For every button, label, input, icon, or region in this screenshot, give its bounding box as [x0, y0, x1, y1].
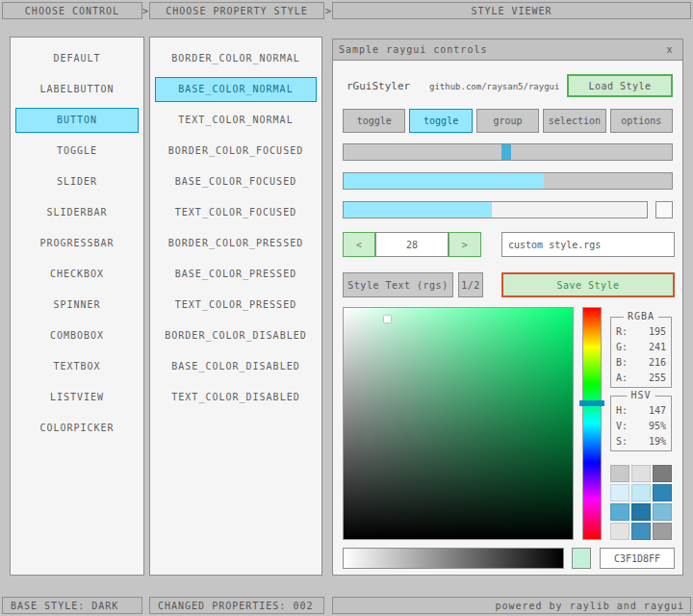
- spinner-value-box[interactable]: 28: [375, 232, 449, 257]
- list-item-combobox[interactable]: COMBOBOX: [15, 323, 139, 348]
- rgba-row-b: B: 216: [611, 355, 671, 371]
- sample-slider[interactable]: [343, 143, 673, 161]
- color-saturation-value-picker[interactable]: [343, 307, 574, 540]
- list-item-text-color-pressed[interactable]: TEXT_COLOR_PRESSED: [155, 293, 317, 318]
- toggle-button-toggle-2-active[interactable]: toggle: [409, 109, 472, 133]
- list-item-text-color-focused[interactable]: TEXT_COLOR_FOCUSED: [155, 200, 317, 225]
- palette-swatch[interactable]: [653, 465, 672, 482]
- toggle-button-group[interactable]: group: [476, 109, 539, 133]
- sliderbar-fill: [344, 173, 544, 189]
- palette-swatch[interactable]: [631, 484, 651, 501]
- palette-swatch[interactable]: [631, 523, 651, 540]
- window-title: Sample raygui controls: [339, 44, 487, 55]
- palette-swatch[interactable]: [653, 484, 672, 501]
- rgba-r-value: 195: [649, 324, 666, 340]
- color-picker-marker[interactable]: [384, 316, 391, 322]
- toggle-group: toggle toggle group selection options: [343, 109, 673, 133]
- palette-swatch[interactable]: [631, 465, 651, 482]
- rgba-group-label: RGBA: [624, 311, 658, 321]
- hsv-h-label: H:: [616, 403, 628, 419]
- sample-progressbar: [343, 201, 648, 218]
- header-choose-property-style: CHOOSE PROPERTY STYLE: [149, 2, 324, 19]
- save-style-button[interactable]: Save Style: [501, 272, 675, 297]
- rgba-b-value: 216: [649, 355, 666, 371]
- list-item-sliderbar[interactable]: SLIDERBAR: [15, 200, 139, 225]
- list-item-labelbutton[interactable]: LABELBUTTON: [15, 77, 139, 102]
- list-item-checkbox[interactable]: CHECKBOX: [15, 262, 139, 287]
- palette-swatch[interactable]: [653, 503, 672, 521]
- status-base-style: BASE STYLE: DARK: [2, 597, 142, 614]
- rgba-a-label: A:: [616, 371, 628, 386]
- hsv-v-value: 95%: [649, 419, 666, 434]
- alpha-slider[interactable]: [343, 548, 564, 569]
- list-item-border-color-disabled[interactable]: BORDER_COLOR_DISABLED: [155, 323, 317, 348]
- close-icon[interactable]: x: [663, 43, 677, 57]
- controls-list-panel: DEFAULT LABELBUTTON BUTTON TOGGLE SLIDER…: [10, 37, 144, 576]
- list-item-textbox[interactable]: TEXTBOX: [15, 354, 139, 379]
- header-style-viewer: STYLE VIEWER: [332, 2, 691, 19]
- rgba-group: RGBA R: 195 G: 241 B: 216 A: 255: [610, 317, 672, 388]
- rgba-row-g: G: 241: [611, 340, 671, 355]
- rgba-g-value: 241: [649, 340, 666, 355]
- color-palette-grid: [610, 465, 672, 540]
- hex-color-input[interactable]: [600, 548, 675, 569]
- chevron-right-icon: >: [141, 2, 149, 19]
- hsv-v-label: V:: [616, 419, 628, 434]
- hsv-group: HSV H: 147 V: 95% S: 19%: [610, 396, 672, 451]
- style-text-button[interactable]: Style Text (rgs): [343, 272, 453, 297]
- hsv-row-s: S: 19%: [611, 434, 671, 449]
- list-item-base-color-focused[interactable]: BASE_COLOR_FOCUSED: [155, 169, 317, 194]
- rgba-row-a: A: 255: [611, 371, 671, 386]
- load-style-button[interactable]: Load Style: [567, 74, 673, 97]
- rgba-a-value: 255: [649, 371, 666, 386]
- list-item-default[interactable]: DEFAULT: [15, 46, 139, 71]
- list-item-spinner[interactable]: SPINNER: [15, 293, 139, 318]
- list-item-text-color-disabled[interactable]: TEXT_COLOR_DISABLED: [155, 385, 317, 410]
- window-titlebar[interactable]: Sample raygui controls x: [333, 39, 682, 61]
- spinner-increment-button[interactable]: >: [449, 232, 481, 257]
- palette-swatch[interactable]: [653, 523, 672, 540]
- palette-swatch[interactable]: [610, 523, 629, 540]
- list-item-button[interactable]: BUTTON: [15, 108, 139, 133]
- list-item-toggle[interactable]: TOGGLE: [15, 139, 139, 164]
- page-toggle-button[interactable]: 1/2: [458, 272, 483, 297]
- toggle-button-options[interactable]: options: [610, 109, 673, 133]
- list-item-base-color-disabled[interactable]: BASE_COLOR_DISABLED: [155, 354, 317, 379]
- hue-slider[interactable]: [582, 307, 602, 540]
- toggle-button-selection[interactable]: selection: [543, 109, 605, 133]
- palette-swatch[interactable]: [610, 465, 629, 482]
- list-item-listview[interactable]: LISTVIEW: [15, 385, 139, 410]
- list-item-colorpicker[interactable]: COLORPICKER: [15, 416, 139, 441]
- sample-checkbox[interactable]: [655, 201, 673, 218]
- hsv-s-value: 19%: [649, 434, 666, 449]
- slider-handle[interactable]: [501, 144, 511, 160]
- list-item-border-color-focused[interactable]: BORDER_COLOR_FOCUSED: [155, 139, 317, 164]
- status-powered-by: powered by raylib and raygui: [332, 597, 691, 614]
- rgba-b-label: B:: [616, 355, 628, 371]
- list-item-base-color-normal[interactable]: BASE_COLOR_NORMAL: [155, 77, 317, 102]
- list-item-text-color-normal[interactable]: TEXT_COLOR_NORMAL: [155, 108, 317, 133]
- sample-sliderbar[interactable]: [343, 172, 673, 190]
- list-item-progressbar[interactable]: PROGRESSBAR: [15, 231, 139, 256]
- list-item-border-color-normal[interactable]: BORDER_COLOR_NORMAL: [155, 46, 317, 71]
- hue-slider-handle[interactable]: [579, 400, 604, 406]
- status-changed-properties: CHANGED PROPERTIES: 002: [149, 597, 324, 614]
- hsv-h-value: 147: [649, 403, 666, 419]
- hsv-row-v: V: 95%: [611, 419, 671, 434]
- palette-swatch[interactable]: [631, 503, 651, 521]
- toggle-button-toggle-1[interactable]: toggle: [343, 109, 405, 133]
- window-content: rGuiStyler github.com/raysan5/raygui Loa…: [333, 61, 682, 575]
- style-viewer-window: Sample raygui controls x rGuiStyler gith…: [332, 38, 683, 576]
- picked-color-swatch: [572, 548, 591, 569]
- palette-swatch[interactable]: [610, 484, 629, 501]
- spinner-decrement-button[interactable]: <: [343, 232, 375, 257]
- hsv-s-label: S:: [616, 434, 628, 449]
- styler-label: rGuiStyler: [346, 80, 410, 92]
- filename-input[interactable]: [501, 232, 675, 257]
- list-item-border-color-pressed[interactable]: BORDER_COLOR_PRESSED: [155, 231, 317, 256]
- list-item-base-color-pressed[interactable]: BASE_COLOR_PRESSED: [155, 262, 317, 287]
- list-item-slider[interactable]: SLIDER: [15, 169, 139, 194]
- rgba-g-label: G:: [616, 340, 628, 355]
- repo-link[interactable]: github.com/raysan5/raygui: [429, 82, 559, 91]
- palette-swatch[interactable]: [610, 503, 629, 521]
